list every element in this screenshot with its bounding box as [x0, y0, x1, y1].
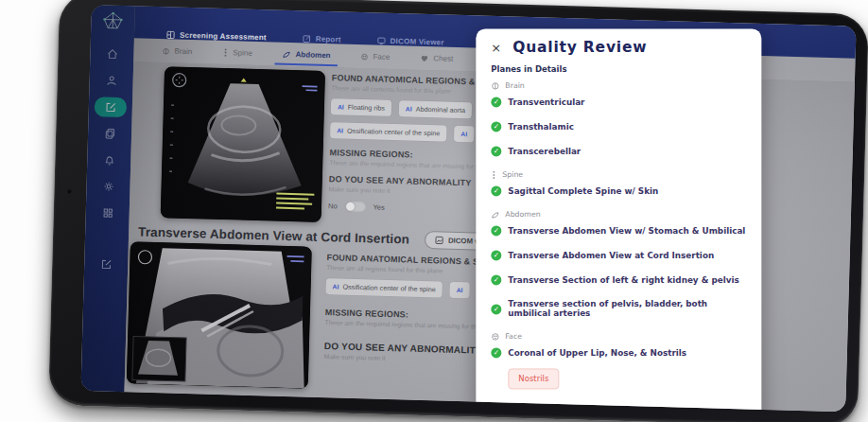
gear-icon [102, 180, 114, 192]
plane-item[interactable]: ✓Sagittal Complete Spine w/ Skin [491, 185, 746, 196]
check-icon: ✓ [491, 406, 501, 412]
plane-label: Transventricular [508, 97, 584, 107]
sidebar-item-notifications[interactable] [93, 149, 126, 170]
tab-abdomen[interactable]: Abdomen [283, 50, 331, 60]
heart-icon [420, 54, 428, 62]
image-frame-icon [435, 236, 443, 244]
region-chip-partial: AI [449, 282, 469, 299]
plane-item[interactable]: ✓Transverse Abdomen View at Cord Inserti… [491, 250, 746, 260]
check-icon: ✓ [491, 185, 501, 196]
check-icon: ✓ [491, 304, 501, 314]
spine-icon [491, 170, 496, 179]
plane-label: Transverse Abdomen View at Cord Insertio… [508, 251, 714, 260]
abnormality-toggle[interactable] [344, 202, 365, 213]
tab-label: Abdomen [296, 50, 331, 60]
sidebar-item-home[interactable] [95, 44, 129, 64]
app-logo-icon [102, 11, 124, 31]
check-icon: ✓ [491, 274, 501, 285]
tab-label: Brain [174, 47, 192, 57]
sidebar-item-compose[interactable] [90, 254, 123, 274]
tab-chest[interactable]: Chest [420, 54, 453, 63]
region-chip: AIFloating ribs [331, 98, 391, 116]
sidebar-item-settings[interactable] [92, 176, 125, 197]
check-icon: ✓ [491, 121, 501, 132]
plane-item[interactable]: ✓Transverse Abdomen View w/ Stomach & Um… [491, 225, 746, 236]
plane-label: Sagittal Complete Spine w/ Skin [508, 186, 658, 196]
plane-group-face: Face ✓Coronal of Upper Lip, Nose, & Nost… [491, 332, 746, 412]
tab-spine[interactable]: Spine [222, 48, 252, 58]
sidebar-item-screening-active[interactable] [95, 97, 128, 117]
tab-brain[interactable]: Brain [162, 46, 192, 56]
plane-label: Transverse Section of left & right kidne… [508, 275, 738, 285]
toggle-yes-label: Yes [373, 202, 385, 211]
grid-icon [101, 206, 113, 219]
tablet-camera [66, 188, 72, 194]
region-chip: AIOssification center of the spine [330, 122, 447, 141]
brain-icon [162, 47, 169, 55]
abdomen-icon [491, 211, 499, 219]
page: Screening Assessment Report DICOM Viewer… [0, 0, 868, 422]
layout-icon [166, 30, 175, 39]
plane-item[interactable]: ✓Transverse section of pelvis, bladder, … [491, 299, 746, 318]
plane-item[interactable]: ✓Transthalamic [491, 121, 746, 132]
plane-label: Coronal of Upper Lip, Nose, & Nostrils [508, 348, 686, 358]
plane-item[interactable]: ✓Coronal of Upper Lip, Nose, & Nostrils [491, 347, 746, 358]
check-icon: ✓ [491, 225, 501, 236]
panel-title: Quality Review [512, 39, 647, 56]
monitor-icon [377, 37, 386, 45]
sidebar-item-patients[interactable] [95, 70, 128, 91]
ultrasound-image-2[interactable] [127, 241, 312, 388]
ai-tag: AI [333, 283, 339, 290]
plane-item[interactable]: ✓Transventricular [491, 97, 746, 107]
bell-icon [103, 153, 115, 166]
plane-item[interactable]: ✓Transcerebellar [491, 146, 746, 156]
user-icon [105, 75, 117, 87]
check-icon: ✓ [491, 250, 501, 260]
tab-label: Spine [233, 48, 252, 58]
compose-icon [100, 257, 113, 270]
chip-label: Abdominal aorta [416, 105, 466, 114]
group-header: Abdomen [491, 210, 746, 219]
group-name: Spine [502, 170, 523, 179]
check-icon: ✓ [491, 97, 501, 107]
abdomen-icon [283, 50, 291, 58]
close-icon[interactable]: × [491, 42, 501, 54]
check-icon: ✓ [491, 347, 501, 358]
plane-group-brain: Brain ✓Transventricular ✓Transthalamic ✓… [491, 81, 746, 156]
group-header: Brain [491, 81, 746, 90]
plane-group-abdomen: Abdomen ✓Transverse Abdomen View w/ Stom… [491, 210, 746, 318]
plane-label: Transverse section of pelvis, bladder, b… [508, 299, 746, 318]
ai-tag: AI [457, 287, 463, 293]
plane-label: Transverse Abdomen View w/ Stomach & Umb… [508, 226, 745, 236]
chip-label: Ossification center of the spine [342, 283, 435, 294]
group-header: Face [491, 332, 746, 341]
group-header: Spine [491, 170, 746, 179]
group-name: Brain [505, 81, 524, 90]
chip-label: Ossification center of the spine [347, 127, 440, 138]
ai-tag: AI [460, 131, 467, 137]
group-name: Face [505, 332, 522, 341]
edit-icon [104, 101, 116, 114]
ai-tag: AI [338, 103, 344, 110]
sidebar-item-apps[interactable] [91, 202, 124, 223]
quality-review-panel: × Quality Review Planes in Details Brain… [476, 28, 761, 412]
face-icon [491, 332, 499, 341]
sidebar-item-reports[interactable] [94, 123, 127, 144]
tablet-device: Screening Assessment Report DICOM Viewer… [48, 0, 868, 422]
plane-label: Both Orbits, Both Lenses [508, 407, 625, 413]
toggle-no-label: No [328, 202, 338, 210]
tab-face[interactable]: Face [360, 52, 390, 62]
ultrasound-image-1[interactable] [161, 66, 325, 222]
brain-icon [491, 81, 499, 90]
tab-label: Face [373, 52, 390, 61]
tablet-screen: Screening Assessment Report DICOM Viewer… [80, 5, 856, 412]
plane-label: Transcerebellar [508, 147, 581, 156]
plane-item[interactable]: ✓Both Orbits, Both Lenses [491, 406, 746, 412]
spine-icon [222, 48, 228, 57]
ai-tag: AI [406, 105, 412, 112]
chip-label: Floating ribs [348, 103, 385, 113]
sidebar-spacer [107, 230, 108, 255]
home-icon [106, 48, 118, 61]
plane-item[interactable]: ✓Transverse Section of left & right kidn… [491, 274, 746, 285]
tab-label: Chest [433, 54, 453, 63]
